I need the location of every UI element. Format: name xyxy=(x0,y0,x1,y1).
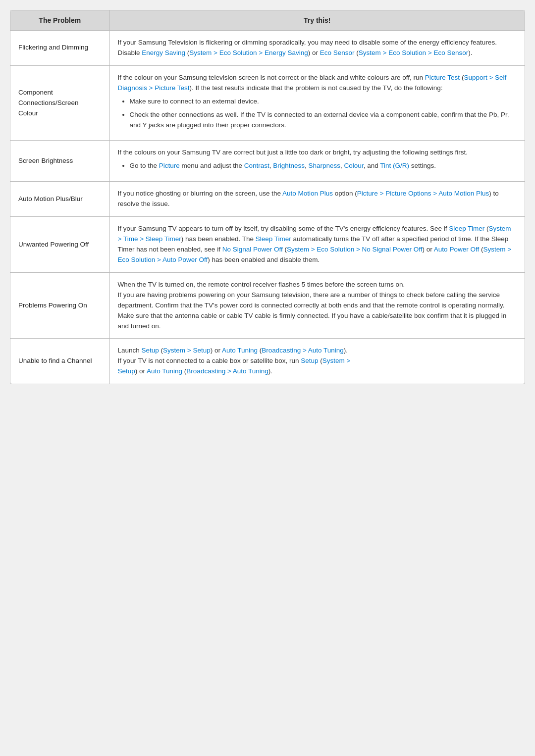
auto-motion-plus-link: Auto Motion Plus xyxy=(282,190,333,197)
brightness-link: Brightness xyxy=(273,162,305,169)
table-row: Unwanted Powering Off If your Samsung TV… xyxy=(10,217,525,273)
list-item: Check the other connections as well. If … xyxy=(130,110,517,131)
setup-link2: Setup xyxy=(301,357,318,364)
picture-options-link: Picture > Picture Options > Auto Motion … xyxy=(357,190,489,197)
colour-link: Colour xyxy=(344,162,364,169)
problem-label: ComponentConnections/ScreenColour xyxy=(10,65,109,141)
auto-power-off-link: Auto Power Off xyxy=(434,246,479,253)
system-setup-link: System > Setup xyxy=(163,347,211,354)
try-content: If the colours on your Samsung TV are co… xyxy=(109,141,525,182)
setup-link: Setup xyxy=(142,347,159,354)
eco-sensor-link: Eco Sensor xyxy=(320,49,355,56)
table-row: Problems Powering On When the TV is turn… xyxy=(10,272,525,339)
broadcasting-auto-tuning-link: Broadcasting > Auto Tuning xyxy=(262,347,344,354)
system-eco-energy-link: System > Eco Solution > Energy Saving xyxy=(189,49,308,56)
tint-link: Tint (G/R) xyxy=(380,162,409,169)
component-list: Make sure to connect to an external devi… xyxy=(130,97,517,131)
try-content: If the colour on your Samsung television… xyxy=(109,65,525,141)
table-row: Auto Motion Plus/Blur If you notice ghos… xyxy=(10,182,525,217)
try-content: Launch Setup (System > Setup) or Auto Tu… xyxy=(109,339,525,384)
system-eco-sensor-link: System > Eco Solution > Eco Sensor xyxy=(359,49,468,56)
picture-test-link: Picture Test xyxy=(425,74,460,81)
problem-label: Unable to find a Channel xyxy=(10,339,109,384)
list-item: Make sure to connect to an external devi… xyxy=(130,97,517,107)
picture-link: Picture xyxy=(159,162,180,169)
contrast-link: Contrast xyxy=(244,162,269,169)
sleep-timer-link: Sleep Timer xyxy=(449,225,484,232)
col-try-header: Try this! xyxy=(109,10,525,31)
auto-tuning-link: Auto Tuning xyxy=(222,347,258,354)
table-header-row: The Problem Try this! xyxy=(10,10,525,31)
troubleshooting-table: The Problem Try this! Flickering and Dim… xyxy=(10,10,525,384)
system-setup-link2: System > xyxy=(322,357,351,364)
problem-label: Auto Motion Plus/Blur xyxy=(10,182,109,217)
energy-saving-link: Energy Saving xyxy=(142,49,185,56)
problem-label: Problems Powering On xyxy=(10,272,109,339)
broadcasting-auto-tuning-link2: Broadcasting > Auto Tuning xyxy=(186,367,268,375)
table-row: Unable to find a Channel Launch Setup (S… xyxy=(10,339,525,384)
problem-label: Screen Brightness xyxy=(10,141,109,182)
problem-label: Flickering and Dimming xyxy=(10,31,109,66)
try-content: When the TV is turned on, the remote con… xyxy=(109,272,525,339)
table-row: ComponentConnections/ScreenColour If the… xyxy=(10,65,525,141)
problem-label: Unwanted Powering Off xyxy=(10,217,109,273)
system-setup-link3: Setup xyxy=(118,367,135,375)
system-eco-nosignal-link: System > Eco Solution > No Signal Power … xyxy=(287,246,423,253)
no-signal-power-off-link: No Signal Power Off xyxy=(222,246,283,253)
table-row: Flickering and Dimming If your Samsung T… xyxy=(10,31,525,66)
try-content: If you notice ghosting or blurring on th… xyxy=(109,182,525,217)
auto-tuning-link2: Auto Tuning xyxy=(147,367,182,375)
table-row: Screen Brightness If the colours on your… xyxy=(10,141,525,182)
col-problem-header: The Problem xyxy=(10,10,109,31)
try-content: If your Samsung TV appears to turn off b… xyxy=(109,217,525,273)
list-item: Go to the Picture menu and adjust the Co… xyxy=(130,161,517,171)
brightness-list: Go to the Picture menu and adjust the Co… xyxy=(130,161,517,171)
sharpness-link: Sharpness xyxy=(309,162,341,169)
try-content: If your Samsung Television is flickering… xyxy=(109,31,525,66)
sleep-timer-link2: Sleep Timer xyxy=(256,235,291,243)
